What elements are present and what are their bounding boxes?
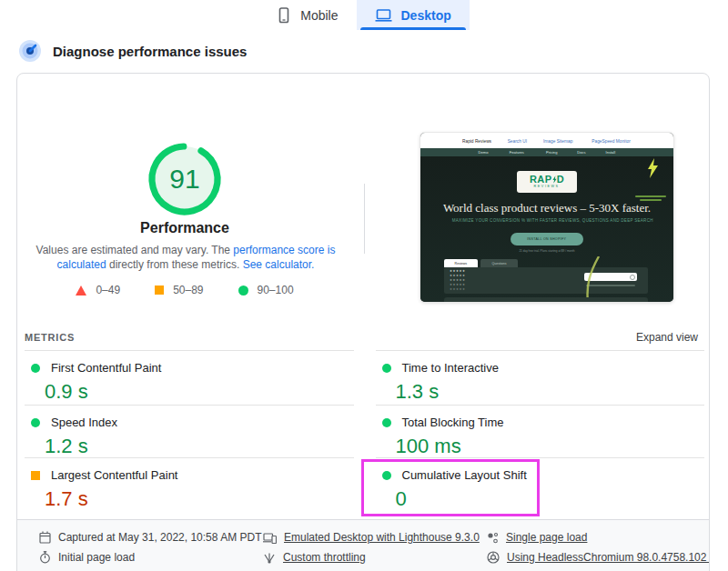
legend-good-label: 90–100	[258, 284, 294, 296]
install-shopify-button: INSTALL ON SHOPIFY	[511, 233, 583, 245]
thumbnail-topnav-item: PageSpeed Monitor	[592, 138, 630, 143]
thumbnail-hero: RAP D REVIEWS World class product review…	[420, 156, 673, 302]
thumbnail-nav-item: Features	[510, 150, 524, 154]
metric-value: 1.7 s	[45, 487, 354, 511]
good-dot-icon	[382, 471, 391, 480]
reviews-tab: Reviews	[444, 259, 478, 267]
average-square-icon	[31, 471, 40, 480]
questions-tab: Questions	[480, 259, 518, 267]
plant-leaf-graphic	[581, 256, 602, 302]
score-disclaimer: Values are estimated and may vary. The p…	[35, 243, 337, 272]
mobile-icon	[277, 7, 291, 24]
install-shopify-label: INSTALL ON SHOPIFY	[528, 237, 567, 241]
chromium-info[interactable]: Using HeadlessChromium 98.0.4758.102 wit…	[487, 547, 709, 567]
tab-mobile[interactable]: Mobile	[258, 0, 356, 30]
average-square-icon	[155, 286, 164, 295]
second-review-panel	[444, 297, 648, 302]
thumbnail-topnav-item: Rapid Reviews	[462, 138, 491, 143]
thumbnail-tagline: MAXIMIZE YOUR CONVERSION % WITH FASTER R…	[452, 218, 642, 223]
legend-poor-label: 0–49	[96, 284, 120, 296]
good-dot-icon	[31, 418, 40, 427]
star-rating-rows: ★★★★★ ★★★★★ ★★★★★ ★★★★★ ★★★★★	[450, 269, 479, 292]
thumbnail-headline: World class product reviews – 5-30X fast…	[420, 201, 673, 215]
metrics-grid: First Contentful Paint 0.9 s Time to Int…	[25, 350, 704, 516]
emulation-info[interactable]: Emulated Desktop with Lighthouse 9.3.0	[263, 527, 487, 547]
tab-desktop[interactable]: Desktop	[357, 0, 470, 30]
stopwatch-icon	[39, 551, 51, 564]
poor-triangle-icon	[76, 286, 86, 296]
logo-subtext: REVIEWS	[534, 185, 560, 188]
metric-name: Cumulative Layout Shift	[402, 468, 527, 482]
metric-time-to-interactive: Time to Interactive 1.3 s	[376, 350, 705, 405]
calendar-icon	[39, 531, 51, 544]
metric-name: Total Blocking Time	[402, 416, 504, 429]
tab-mobile-label: Mobile	[300, 8, 338, 23]
devices-icon	[263, 532, 277, 544]
desktop-icon	[375, 8, 392, 23]
lightning-bolt-icon	[647, 158, 659, 178]
report-card: 91 Performance Values are estimated and …	[16, 73, 710, 571]
metric-name: Largest Contentful Paint	[51, 468, 177, 482]
vertical-divider	[364, 184, 365, 254]
legend-average-label: 50–89	[173, 284, 203, 296]
device-tabbar: Mobile Desktop	[0, 0, 728, 30]
logo-text-right: D	[557, 175, 564, 184]
thumbnail-nav-item: Pricing	[546, 150, 557, 154]
tab-desktop-label: Desktop	[401, 8, 451, 23]
metric-value: 1.3 s	[396, 380, 705, 404]
thumbnail-review-tabs: Reviews Questions	[444, 259, 518, 267]
thumbnail-cta-note: 21 day free trial. Plans starting at $9 …	[481, 249, 613, 252]
metric-value: 100 ms	[396, 435, 705, 458]
rapid-reviews-logo: RAP D REVIEWS	[517, 171, 577, 193]
capture-info-bar: Captured at May 31, 2022, 10:58 AM PDT E…	[17, 519, 709, 571]
thumbnail-nav-item: Demo	[479, 150, 489, 154]
metric-speed-index: Speed Index 1.2 s	[25, 405, 354, 457]
metric-largest-contentful-paint: Largest Contentful Paint 1.7 s	[25, 457, 354, 516]
single-page-load[interactable]: Single page load	[487, 527, 709, 547]
metric-name: Speed Index	[51, 416, 117, 429]
speedometer-icon	[18, 39, 42, 63]
metric-name: Time to Interactive	[402, 361, 499, 375]
thumbnail-nav-item: Docs	[578, 150, 586, 154]
thumbnail-sitenav: Demo Features Pricing Docs Install	[420, 148, 673, 156]
performance-gauge: 91	[144, 138, 226, 220]
metric-value: 0	[396, 487, 705, 511]
page-load-icon	[487, 532, 499, 544]
initial-page-load: Initial page load	[39, 547, 263, 567]
legend-poor: 0–49	[76, 284, 120, 296]
captured-at: Captured at May 31, 2022, 10:58 AM PDT	[39, 527, 263, 547]
page-screenshot-thumbnail: Rapid Reviews Search UI Image Sitemap Pa…	[420, 133, 673, 302]
disclaimer-text-1: Values are estimated and may vary. The	[36, 244, 234, 256]
section-header: Diagnose performance issues	[18, 39, 247, 63]
good-dot-icon	[382, 364, 391, 373]
metric-cumulative-layout-shift: Cumulative Layout Shift 0	[376, 457, 705, 516]
legend-average: 50–89	[155, 284, 203, 296]
throttling-info[interactable]: Custom throttling	[263, 547, 487, 567]
metric-total-blocking-time: Total Blocking Time 100 ms	[376, 405, 705, 457]
see-calculator-link[interactable]: See calculator.	[243, 258, 315, 271]
performance-score: 91	[144, 138, 226, 220]
logo-text-left: RAP	[530, 175, 552, 184]
score-legend: 0–49 50–89 90–100	[17, 284, 352, 296]
performance-label: Performance	[17, 220, 352, 236]
chromium-icon	[487, 551, 500, 564]
page-title: Diagnose performance issues	[53, 44, 247, 59]
throttling-icon	[263, 552, 276, 564]
thumbnail-topnav-item: Image Sitemap	[543, 138, 572, 143]
metrics-heading: METRICS	[25, 332, 75, 343]
good-dot-icon	[382, 418, 391, 427]
disclaimer-text-2: directly from these metrics.	[106, 258, 243, 271]
expand-view-button[interactable]: Expand view	[636, 331, 698, 344]
legend-good: 90–100	[238, 284, 294, 296]
thumbnail-topnav: Rapid Reviews Search UI Image Sitemap Pa…	[420, 133, 673, 148]
metric-value: 0.9 s	[45, 380, 354, 404]
good-circle-icon	[238, 286, 248, 296]
metric-name: First Contentful Paint	[51, 361, 161, 375]
metric-value: 1.2 s	[45, 435, 354, 458]
thumbnail-topnav-item: Search UI	[508, 138, 527, 143]
good-dot-icon	[31, 364, 40, 373]
metrics-header: METRICS Expand view	[25, 331, 698, 344]
thumbnail-nav-item: Install	[606, 150, 616, 154]
metric-first-contentful-paint: First Contentful Paint 0.9 s	[25, 350, 354, 405]
review-summary-panel: ★★★★★ ★★★★★ ★★★★★ ★★★★★ ★★★★★	[444, 267, 648, 294]
